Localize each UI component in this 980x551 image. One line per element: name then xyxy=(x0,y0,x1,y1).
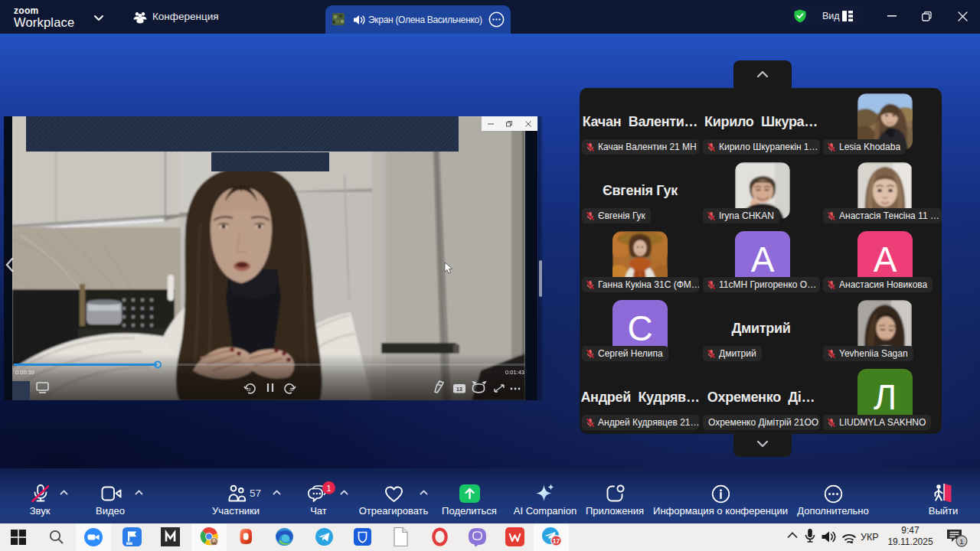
svg-text:13: 13 xyxy=(456,386,462,392)
svg-text:30: 30 xyxy=(289,387,294,392)
svg-text:10: 10 xyxy=(247,387,251,392)
svg-text:0:00:39: 0:00:39 xyxy=(15,369,34,376)
svg-text:17: 17 xyxy=(553,537,560,545)
svg-text:1: 1 xyxy=(959,537,963,546)
svg-text:0:01:43: 0:01:43 xyxy=(505,369,524,376)
